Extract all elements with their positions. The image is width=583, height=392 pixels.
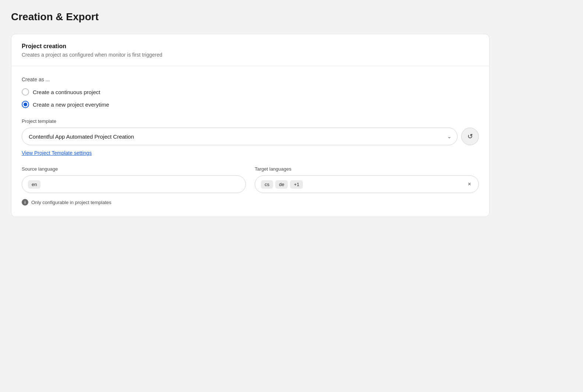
project-template-label: Project template xyxy=(22,118,479,124)
radio-label-continuous: Create a continuous project xyxy=(33,89,100,95)
target-lang-tag-cs: cs xyxy=(261,180,273,189)
card-body: Create as ... Create a continuous projec… xyxy=(11,66,489,217)
target-languages-input[interactable]: cs de +1 × xyxy=(255,175,479,193)
target-lang-tags: cs de +1 xyxy=(261,180,463,189)
clear-target-languages-button[interactable]: × xyxy=(466,180,473,188)
card-header: Project creation Creates a project as co… xyxy=(11,34,489,66)
info-note: i Only configurable in project templates xyxy=(22,199,479,206)
refresh-button[interactable]: ↺ xyxy=(461,128,479,145)
radio-circle-new-every-time xyxy=(22,101,29,108)
source-lang-tag: en xyxy=(28,180,40,189)
template-select-wrapper[interactable]: Contentful App Automated Project Creatio… xyxy=(22,128,457,145)
create-as-label: Create as ... xyxy=(22,76,479,82)
info-icon: i xyxy=(22,199,28,206)
template-select[interactable]: Contentful App Automated Project Creatio… xyxy=(22,128,457,145)
template-row: Contentful App Automated Project Creatio… xyxy=(22,128,479,145)
source-language-field: Source language en xyxy=(22,166,246,193)
info-note-text: Only configurable in project templates xyxy=(31,200,112,205)
radio-group: Create a continuous project Create a new… xyxy=(22,88,479,108)
target-lang-tag-plus1: +1 xyxy=(290,180,303,189)
source-language-label: Source language xyxy=(22,166,246,172)
target-lang-tag-de: de xyxy=(275,180,288,189)
main-card: Project creation Creates a project as co… xyxy=(11,34,490,217)
radio-item-new-every-time[interactable]: Create a new project everytime xyxy=(22,101,479,108)
view-template-link[interactable]: View Project Template settings xyxy=(22,150,92,156)
radio-label-new-every-time: Create a new project everytime xyxy=(33,101,109,108)
radio-item-continuous[interactable]: Create a continuous project xyxy=(22,88,479,96)
refresh-icon: ↺ xyxy=(467,132,473,140)
source-language-input[interactable]: en xyxy=(22,175,246,193)
languages-row: Source language en Target languages cs d… xyxy=(22,166,479,193)
page-title: Creation & Export xyxy=(11,11,572,23)
card-header-subtitle: Creates a project as configured when mon… xyxy=(22,52,479,58)
card-header-title: Project creation xyxy=(22,43,479,50)
target-languages-label: Target languages xyxy=(255,166,479,172)
target-languages-field: Target languages cs de +1 × xyxy=(255,166,479,193)
radio-circle-continuous xyxy=(22,88,29,96)
